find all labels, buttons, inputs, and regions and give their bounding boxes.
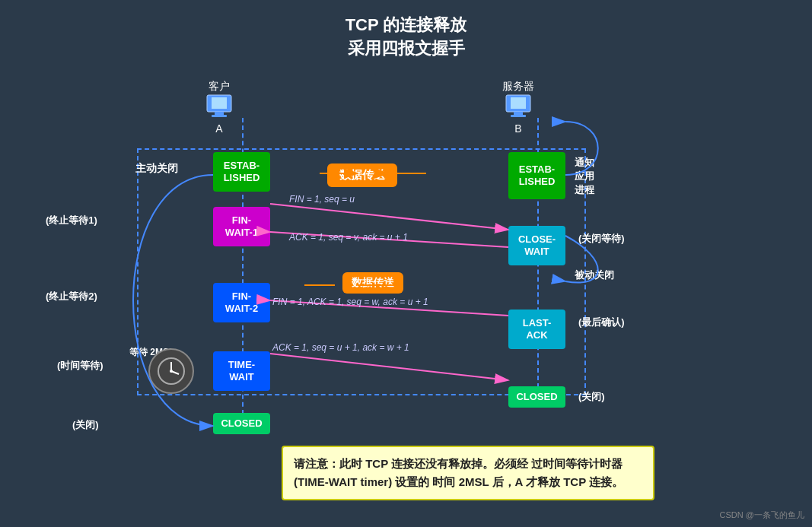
label-last-ack: (最后确认) <box>578 316 625 329</box>
diagram-container: TCP 的连接释放 采用四报文握手 客户 A 服务器 B ESTAB-LISHE… <box>0 0 812 527</box>
svg-rect-6 <box>514 112 523 115</box>
state-last-ack: LAST-ACK <box>508 310 565 349</box>
label-fin-wait2: (终止等待2) <box>46 290 97 303</box>
wait-2msl-clock <box>148 348 194 394</box>
label-ack1: ACK = 1, seq = v, ack = u + 1 <box>289 232 408 243</box>
state-closed-right: CLOSED <box>508 386 565 408</box>
state-established-right: ESTAB-LISHED <box>508 152 565 199</box>
svg-point-11 <box>170 370 173 373</box>
svg-rect-3 <box>212 115 227 117</box>
state-fin-wait-1: FIN-WAIT-1 <box>213 207 270 246</box>
svg-rect-2 <box>215 112 224 115</box>
label-time-wait: (时间等待) <box>57 359 103 373</box>
server-computer-icon <box>503 94 533 120</box>
svg-line-26 <box>270 354 508 380</box>
svg-rect-5 <box>511 97 526 109</box>
svg-line-21 <box>270 204 508 230</box>
label-passive-close: 被动关闭 <box>575 268 614 282</box>
label-ack2: ACK = 1, seq = u + 1, ack = w + 1 <box>272 342 409 353</box>
label-active-close: 主动关闭 <box>135 162 178 176</box>
state-fin-wait-2: FIN-WAIT-2 <box>213 283 270 322</box>
state-time-wait: TIME-WAIT <box>213 351 270 391</box>
client-computer-icon <box>204 94 234 120</box>
label-fin-wait1: (终止等待1) <box>46 214 97 227</box>
label-closed-right: (关闭) <box>578 390 605 404</box>
svg-rect-7 <box>511 115 526 117</box>
label-close-wait: (关闭等待) <box>578 232 625 246</box>
label-closed-left: (关闭) <box>72 418 99 432</box>
watermark: CSDN @一条飞的鱼儿 <box>720 510 804 521</box>
client-label: 客户 A <box>204 80 234 135</box>
svg-rect-1 <box>212 97 227 109</box>
label-notify-app: 通知应用进程 <box>575 156 594 198</box>
state-established-left: ESTAB-LISHED <box>213 152 270 192</box>
title: TCP 的连接释放 采用四报文握手 <box>345 14 467 61</box>
state-closed-left: CLOSED <box>213 413 270 434</box>
label-fin2: FIN = 1, ACK = 1, seq = w, ack = u + 1 <box>272 297 428 307</box>
state-close-wait: CLOSE-WAIT <box>508 226 565 265</box>
server-label: 服务器 B <box>502 80 534 135</box>
label-fin1: FIN = 1, seq = u <box>289 194 355 205</box>
note-box: 请注意：此时 TCP 连接还没有释放掉。必须经 过时间等待计时器 (TIME-W… <box>282 446 654 500</box>
data-transfer-box-2: 数据传送 <box>342 272 403 294</box>
data-transfer-box-1: 数据传送 <box>327 163 397 187</box>
